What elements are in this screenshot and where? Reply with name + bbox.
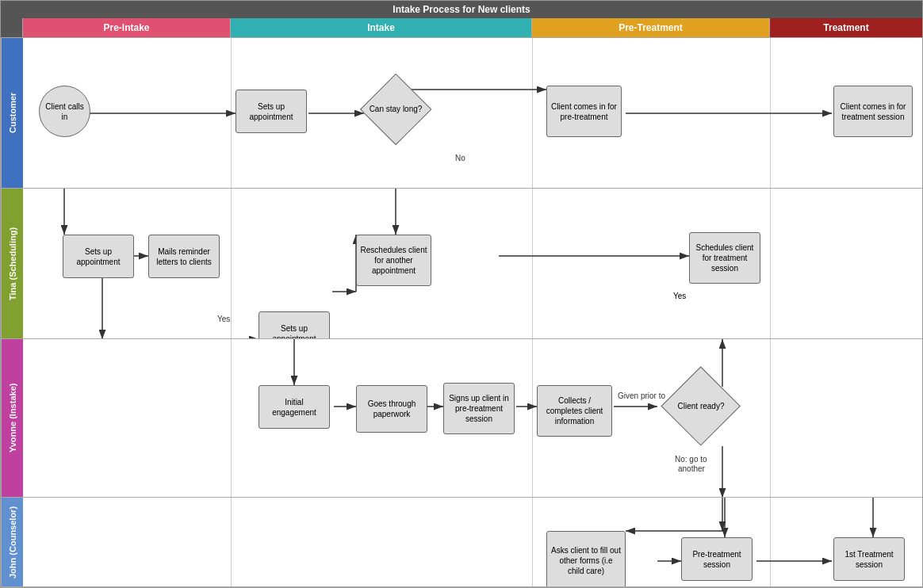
yes-label-schedules: Yes bbox=[673, 292, 686, 300]
node-goes-through-paperwork: Goes through paperwork bbox=[356, 385, 427, 433]
node-mails-reminder: Mails reminder letters to clients bbox=[148, 235, 220, 278]
lane-label-yvonne: Yvonne (Instake) bbox=[1, 339, 23, 497]
svg-text:another: another bbox=[678, 464, 706, 473]
node-reschedules-client: Reschedules client for another appointme… bbox=[356, 235, 431, 286]
node-collects-info: Collects / completes client information bbox=[537, 385, 612, 437]
node-client-calls-in: Client calls in bbox=[39, 86, 90, 137]
phase-preintake-label: Pre-Intake bbox=[23, 18, 231, 37]
lane-label-tina: Tina (Scheduling) bbox=[1, 189, 23, 338]
node-signs-up-client: Signs up client in pre-treatment session bbox=[443, 383, 515, 434]
lane-content-yvonne: Given prior to No: go to another Initial… bbox=[23, 339, 922, 497]
node-first-treatment-session: 1st Treatment session bbox=[833, 537, 905, 581]
phase-treatment-label: Treatment bbox=[770, 18, 922, 37]
lane-content-tina: Yes Sets up appointment bbox=[23, 189, 922, 338]
node-client-comes-treatment: Client comes in for treatment session bbox=[833, 86, 913, 137]
node-asks-client: Asks client to fill out other forms (i.e… bbox=[546, 531, 626, 586]
node-sets-up-appt-tina2: Sets up appointment bbox=[259, 311, 330, 338]
title-bar: Intake Process for New clients bbox=[1, 1, 922, 18]
diagram-title: Intake Process for New clients bbox=[393, 4, 530, 15]
arrows-john bbox=[23, 498, 922, 586]
phase-pretreatment-label: Pre-Treatment bbox=[532, 18, 770, 37]
swim-lanes: Customer bbox=[1, 37, 922, 587]
lane-label-john: John (Counselor) bbox=[1, 498, 23, 586]
lane-content-john: Asks client to fill out other forms (i.e… bbox=[23, 498, 922, 586]
node-client-ready: Client ready? bbox=[657, 363, 745, 450]
svg-text:No: No bbox=[455, 154, 465, 162]
phase-intake-label: Intake bbox=[231, 18, 532, 37]
node-sets-up-appt-tina1: Sets up appointment bbox=[63, 235, 134, 278]
diagram-container: Intake Process for New clients Pre-Intak… bbox=[0, 0, 923, 588]
svg-text:No: go to: No: go to bbox=[675, 455, 707, 464]
node-sets-up-appt-customer: Sets up appointment bbox=[236, 90, 307, 133]
node-client-comes-pretreatment: Client comes in for pre-treatment bbox=[546, 86, 622, 137]
lane-label-customer: Customer bbox=[1, 38, 23, 188]
node-schedules-client-treatment: Schedules client for treatment session bbox=[689, 232, 760, 284]
node-pre-treatment-session: Pre-treatment session bbox=[681, 537, 753, 581]
arrows-customer: No bbox=[23, 38, 922, 188]
lane-content-customer: No Client calls in Sets up appointment bbox=[23, 38, 922, 188]
node-initial-engagement: Initial engagement bbox=[259, 385, 330, 429]
swim-lane-yvonne: Yvonne (Instake) bbox=[1, 338, 922, 497]
phases-header: Pre-Intake Intake Pre-Treatment Treatmen… bbox=[1, 18, 922, 37]
swim-lane-customer: Customer bbox=[1, 37, 922, 188]
svg-text:Yes: Yes bbox=[217, 315, 230, 323]
swim-lane-john: John (Counselor) bbox=[1, 497, 922, 587]
swim-lane-tina: Tina (Scheduling) Yes bbox=[1, 188, 922, 338]
node-can-stay-long: Can stay long? bbox=[356, 70, 435, 149]
